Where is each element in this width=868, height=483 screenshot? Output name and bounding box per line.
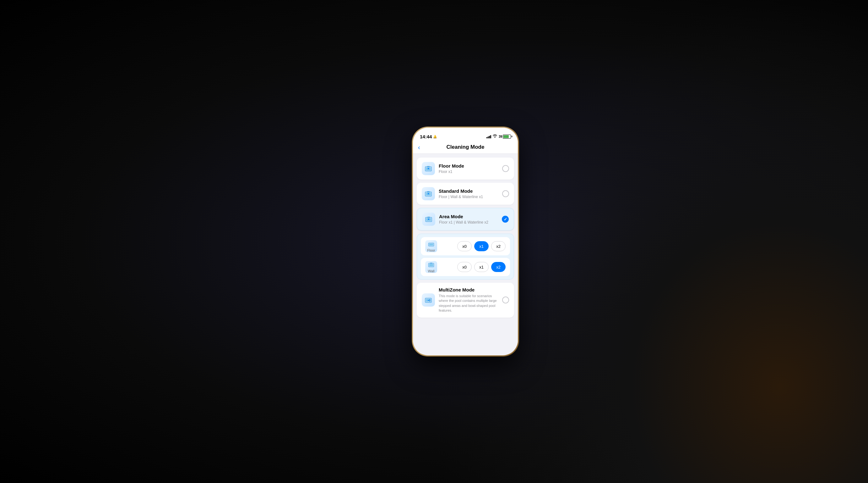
svg-rect-6 (427, 191, 430, 193)
area-mode-name: Area Mode (439, 214, 498, 219)
floor-x1-button[interactable]: x1 (474, 241, 489, 251)
wall-multiplier-options: x0 x1 x2 (441, 262, 505, 272)
wall-x2-button[interactable]: x2 (491, 262, 505, 272)
svg-rect-19 (429, 299, 431, 302)
area-mode-radio[interactable] (502, 216, 509, 223)
area-mode-desc: Floor x1 | Wall & Waterline x2 (439, 220, 498, 225)
svg-rect-10 (427, 217, 430, 218)
area-mode-info: Area Mode Floor x1 | Wall & Waterline x2 (439, 214, 498, 225)
multizone-mode-name: MultiZone Mode (439, 287, 498, 292)
wall-x0-button[interactable]: x0 (457, 262, 472, 272)
floor-label: Floor (427, 249, 435, 252)
multizone-mode-radio[interactable] (502, 296, 509, 304)
nav-bar: ‹ Cleaning Mode (413, 142, 518, 154)
floor-mode-info: Floor Mode Floor x1 (439, 163, 498, 174)
multizone-mode-desc: This mode is suitable for scenarios wher… (439, 294, 498, 313)
multizone-mode-icon (422, 293, 435, 307)
phone-wrapper: 14:44 🔔 (412, 127, 519, 356)
standard-mode-desc: Floor | Wall & Waterline x1 (439, 195, 498, 199)
wall-multiplier-icon: Wall (425, 261, 437, 273)
floor-mode-card[interactable]: Floor Mode Floor x1 (417, 158, 514, 179)
floor-mode-name: Floor Mode (439, 163, 498, 169)
floor-multiplier-options: x0 x1 x2 (441, 241, 505, 251)
time-display: 14:44 (420, 134, 432, 139)
svg-rect-13 (429, 244, 433, 245)
multizone-mode-info: MultiZone Mode This mode is suitable for… (439, 287, 498, 313)
standard-mode-icon (422, 187, 435, 200)
signal-icon (487, 135, 491, 138)
wall-x1-button[interactable]: x1 (474, 262, 489, 272)
wall-label: Wall (428, 269, 435, 273)
area-mode-expanded: Floor x0 x1 x2 (417, 234, 514, 280)
standard-mode-info: Standard Mode Floor | Wall & Waterline x… (439, 188, 498, 199)
floor-multiplier-icon: Floor (425, 240, 437, 252)
floor-mode-desc: Floor x1 (439, 170, 498, 174)
bell-icon: 🔔 (433, 135, 437, 138)
nav-title: Cleaning Mode (446, 144, 485, 150)
svg-point-7 (428, 193, 429, 194)
svg-point-11 (428, 219, 429, 220)
area-mode-icon (422, 212, 435, 226)
area-mode-card[interactable]: Area Mode Floor x1 | Wall & Waterline x2 (417, 208, 514, 230)
multizone-mode-card[interactable]: MultiZone Mode This mode is suitable for… (417, 283, 514, 318)
svg-rect-18 (426, 299, 428, 302)
phone-screen: 14:44 🔔 (413, 128, 518, 355)
wall-multiplier-row: Wall x0 x1 x2 (421, 258, 510, 276)
svg-rect-16 (430, 262, 432, 263)
standard-mode-radio[interactable] (502, 190, 509, 197)
battery-container: 39 (499, 135, 511, 139)
status-right: 39 (487, 134, 511, 139)
status-time: 14:44 🔔 (420, 134, 437, 139)
battery-percent: 39 (499, 135, 502, 138)
floor-x2-button[interactable]: x2 (491, 241, 505, 251)
standard-mode-name: Standard Mode (439, 188, 498, 194)
svg-rect-2 (427, 166, 430, 167)
battery-fill (503, 135, 509, 138)
status-bar: 14:44 🔔 (413, 128, 518, 142)
svg-point-3 (428, 168, 429, 169)
floor-multiplier-row: Floor x0 x1 x2 (421, 237, 510, 255)
svg-point-20 (428, 300, 429, 301)
back-button[interactable]: ‹ (418, 144, 420, 151)
svg-rect-15 (429, 264, 433, 266)
content-area: Floor Mode Floor x1 (413, 154, 518, 354)
battery-icon (503, 135, 511, 139)
floor-mode-icon (422, 162, 435, 175)
phone-frame: 14:44 🔔 (412, 127, 519, 356)
wifi-icon (493, 134, 497, 139)
floor-x0-button[interactable]: x0 (457, 241, 472, 251)
standard-mode-card[interactable]: Standard Mode Floor | Wall & Waterline x… (417, 183, 514, 205)
floor-mode-radio[interactable] (502, 165, 509, 172)
